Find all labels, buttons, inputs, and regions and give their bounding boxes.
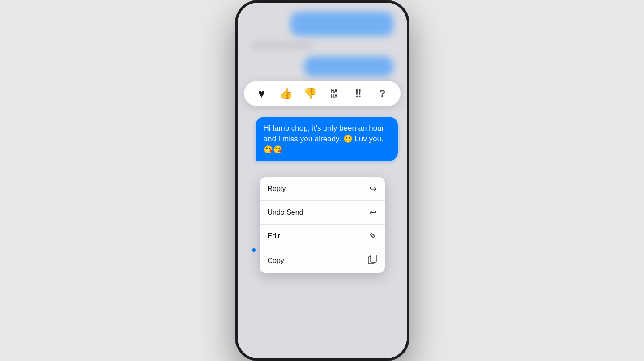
reaction-exclamation[interactable]: ‼ xyxy=(350,85,367,102)
reaction-bar: ♥ 👍 👎 HAHA ‼ ? xyxy=(244,81,401,106)
reaction-haha[interactable]: HAHA xyxy=(326,85,342,102)
menu-item-edit-label: Edit xyxy=(268,232,280,240)
menu-item-copy-label: Copy xyxy=(268,257,284,265)
context-menu: Reply ↩ Undo Send ↩ Edit ✎ Copy xyxy=(260,177,385,273)
reaction-question[interactable]: ? xyxy=(375,85,391,102)
menu-item-reply-label: Reply xyxy=(268,185,286,193)
phone-screen: ♥ 👍 👎 HAHA ‼ ? Hi lamb chop, it's only b… xyxy=(238,3,407,358)
scene: ♥ 👍 👎 HAHA ‼ ? Hi lamb chop, it's only b… xyxy=(0,0,644,361)
menu-item-reply[interactable]: Reply ↩ xyxy=(260,177,385,201)
undo-send-icon: ↩ xyxy=(369,207,377,218)
menu-item-undo-send[interactable]: Undo Send ↩ xyxy=(260,201,385,225)
reaction-thumbs-up[interactable]: 👍 xyxy=(278,85,294,102)
bubble-tail-dot xyxy=(252,248,256,252)
menu-item-edit[interactable]: Edit ✎ xyxy=(260,225,385,248)
phone-frame: ♥ 👍 👎 HAHA ‼ ? Hi lamb chop, it's only b… xyxy=(235,0,409,361)
reply-icon: ↩ xyxy=(369,183,377,194)
reaction-heart[interactable]: ♥ xyxy=(254,85,270,102)
menu-item-undo-send-label: Undo Send xyxy=(268,208,303,217)
menu-item-copy[interactable]: Copy xyxy=(260,248,385,273)
reaction-thumbs-down[interactable]: 👎 xyxy=(302,85,318,102)
edit-icon: ✎ xyxy=(369,231,377,242)
svg-rect-1 xyxy=(371,255,376,262)
message-bubble: Hi lamb chop, it's only been an hour and… xyxy=(256,117,398,161)
copy-icon xyxy=(368,255,377,267)
message-text: Hi lamb chop, it's only been an hour and… xyxy=(264,124,384,154)
